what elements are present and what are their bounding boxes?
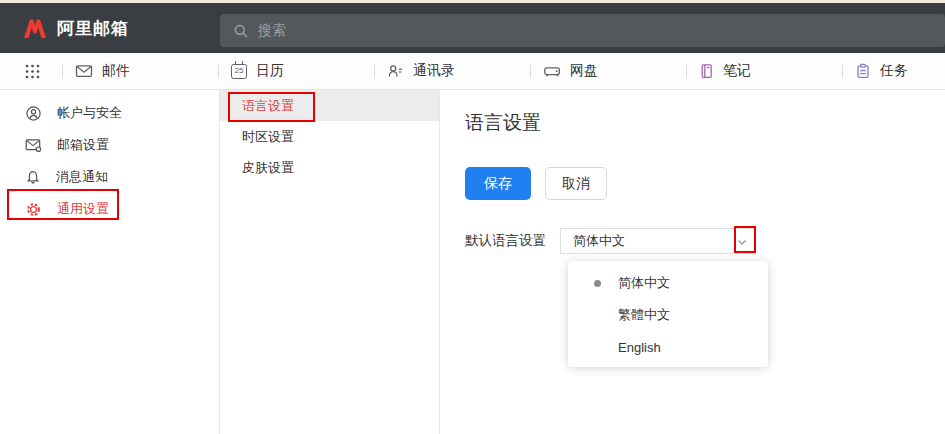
bell-icon — [25, 169, 41, 185]
tab-calendar-label: 日历 — [256, 62, 284, 80]
search-input[interactable]: 搜索 — [220, 14, 945, 47]
tab-contacts-label: 通讯录 — [413, 62, 455, 80]
default-language-label: 默认语言设置 — [465, 228, 546, 254]
mail-icon — [75, 63, 93, 79]
tab-mail-label: 邮件 — [102, 62, 130, 80]
tab-notes-label: 笔记 — [723, 62, 751, 80]
sidebar-item-general-settings[interactable]: 通用设置 — [0, 193, 219, 225]
save-button[interactable]: 保存 — [465, 167, 531, 200]
note-icon — [699, 63, 714, 79]
app-grid-button[interactable] — [0, 63, 62, 80]
app-navbar: 邮件 25 日历 通讯录 — [0, 53, 945, 90]
cancel-button[interactable]: 取消 — [545, 167, 607, 200]
tab-notes[interactable]: 笔记 — [686, 53, 842, 89]
nav-divider — [218, 65, 219, 78]
sidebar-item-label: 帐户与安全 — [57, 104, 122, 122]
task-icon — [855, 63, 871, 79]
sidebar-item-mail-settings[interactable]: 邮箱设置 — [0, 129, 219, 161]
chevron-down-icon[interactable] — [735, 235, 749, 249]
tab-mail[interactable]: 邮件 — [62, 53, 218, 89]
tab-tasks-label: 任务 — [880, 62, 908, 80]
nav-divider — [530, 65, 531, 78]
nav-divider — [62, 65, 63, 78]
dropdown-option-label: 繁體中文 — [618, 306, 670, 324]
drive-icon — [543, 63, 561, 79]
dropdown-option-traditional-chinese[interactable]: 繁體中文 — [568, 299, 768, 331]
dropdown-option-simplified-chinese[interactable]: 简体中文 — [568, 267, 768, 299]
tab-tasks[interactable]: 任务 — [842, 53, 945, 89]
sidebar-item-label: 邮箱设置 — [57, 136, 109, 154]
tab-calendar[interactable]: 25 日历 — [218, 53, 374, 89]
nav-divider — [686, 65, 687, 78]
dropdown-option-label: 简体中文 — [618, 274, 670, 292]
language-select[interactable]: 简体中文 — [560, 228, 756, 254]
user-circle-icon — [25, 105, 42, 122]
topbar: 阿里邮箱 搜索 — [0, 3, 945, 53]
tab-drive-label: 网盘 — [570, 62, 598, 80]
action-buttons: 保存 取消 — [465, 167, 607, 200]
settings-sidebar: 帐户与安全 邮箱设置 消息通知 — [0, 90, 220, 434]
tab-drive[interactable]: 网盘 — [530, 53, 686, 89]
sidebar-item-label: 通用设置 — [57, 200, 109, 218]
calendar-icon: 25 — [231, 64, 247, 79]
gear-icon — [25, 201, 42, 218]
mail-gear-icon — [25, 137, 42, 153]
dropdown-option-label: English — [618, 340, 661, 355]
language-dropdown-menu: 简体中文 繁體中文 English — [568, 261, 768, 367]
app-window: 阿里邮箱 搜索 — [0, 0, 945, 434]
calendar-date-badge: 25 — [235, 67, 244, 75]
sidebar-item-account-security[interactable]: 帐户与安全 — [0, 97, 219, 129]
settings-nav-item-language[interactable]: 语言设置 — [220, 90, 439, 121]
tab-contacts[interactable]: 通讯录 — [374, 53, 530, 89]
alimail-m-logo-icon — [22, 18, 48, 39]
grid-icon — [24, 63, 41, 80]
search-placeholder: 搜索 — [258, 22, 286, 40]
contacts-icon — [387, 63, 404, 79]
settings-subnav: 语言设置 时区设置 皮肤设置 — [220, 90, 440, 434]
settings-nav-item-skin[interactable]: 皮肤设置 — [220, 152, 439, 183]
brand-logo: 阿里邮箱 — [0, 17, 129, 40]
nav-divider — [374, 65, 375, 78]
sidebar-item-label: 消息通知 — [56, 168, 108, 186]
selected-dot-icon — [594, 280, 601, 287]
language-select-value: 简体中文 — [573, 232, 625, 250]
page-title: 语言设置 — [465, 110, 541, 136]
sidebar-item-notifications[interactable]: 消息通知 — [0, 161, 219, 193]
settings-nav-item-timezone[interactable]: 时区设置 — [220, 121, 439, 152]
dropdown-option-english[interactable]: English — [568, 331, 768, 363]
nav-divider — [842, 65, 843, 78]
search-icon — [233, 23, 249, 39]
brand-name: 阿里邮箱 — [57, 17, 129, 40]
